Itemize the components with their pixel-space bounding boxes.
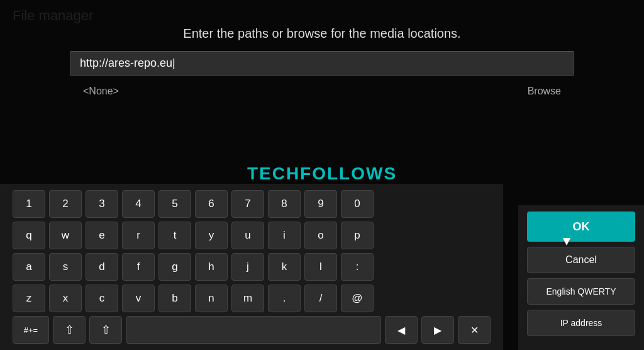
key-i[interactable]: i (268, 222, 301, 249)
key-4[interactable]: 4 (122, 190, 155, 218)
key-prev[interactable]: ◀ (385, 316, 418, 344)
key-t[interactable]: t (158, 222, 191, 249)
key-shift2[interactable]: ⇧ (89, 316, 122, 344)
layout-button[interactable]: English QWERTY (527, 278, 635, 305)
key-3[interactable]: 3 (86, 190, 118, 218)
key-8[interactable]: 8 (268, 190, 301, 218)
instruction-text: Enter the paths or browse for the media … (183, 26, 460, 41)
ok-button[interactable]: OK (527, 212, 635, 242)
browse-button[interactable]: Browse (528, 86, 561, 97)
none-label: <None> (83, 86, 119, 97)
key-n[interactable]: n (195, 285, 228, 312)
key-x[interactable]: x (49, 285, 82, 312)
key-7[interactable]: 7 (231, 190, 264, 218)
key-5[interactable]: 5 (158, 190, 191, 218)
key-2[interactable]: 2 (49, 190, 82, 218)
ip-address-button[interactable]: IP address (527, 310, 635, 336)
key-p[interactable]: p (341, 222, 374, 249)
keyboard-row-numbers: 1 2 3 4 5 6 7 8 9 0 (13, 190, 491, 218)
key-next[interactable]: ▶ (421, 316, 454, 344)
key-h[interactable]: h (195, 253, 228, 281)
key-q[interactable]: q (13, 222, 45, 249)
key-s[interactable]: s (49, 253, 82, 281)
key-6[interactable]: 6 (195, 190, 228, 218)
keyboard-area: 1 2 3 4 5 6 7 8 9 0 q w e r t y u i o p … (0, 184, 503, 350)
key-v[interactable]: v (122, 285, 155, 312)
key-d[interactable]: d (86, 253, 118, 281)
keyboard-bottom-row: #+= ⇧ ⇧ ◀ ▶ ✕ (13, 316, 491, 344)
key-at[interactable]: @ (341, 285, 374, 312)
key-c[interactable]: c (86, 285, 118, 312)
keyboard-row-zxcv: z x c v b n m . / @ (13, 285, 491, 312)
key-r[interactable]: r (122, 222, 155, 249)
key-k[interactable]: k (268, 253, 301, 281)
key-j[interactable]: j (231, 253, 264, 281)
key-g[interactable]: g (158, 253, 191, 281)
key-symbols[interactable]: #+= (13, 316, 49, 344)
key-colon[interactable]: : (341, 253, 374, 281)
key-backspace[interactable]: ✕ (458, 316, 491, 344)
key-slash[interactable]: / (304, 285, 337, 312)
key-w[interactable]: w (49, 222, 82, 249)
middle-area: <None> Browse (70, 81, 574, 102)
key-e[interactable]: e (86, 222, 118, 249)
key-o[interactable]: o (304, 222, 337, 249)
key-0[interactable]: 0 (341, 190, 374, 218)
url-input[interactable] (80, 57, 564, 70)
keyboard-row-asdf: a s d f g h j k l : (13, 253, 491, 281)
url-input-wrapper (70, 51, 574, 76)
key-a[interactable]: a (13, 253, 45, 281)
cancel-button[interactable]: Cancel (527, 247, 635, 273)
key-f[interactable]: f (122, 253, 155, 281)
key-m[interactable]: m (231, 285, 264, 312)
key-y[interactable]: y (195, 222, 228, 249)
key-spacebar[interactable] (126, 316, 381, 344)
key-z[interactable]: z (13, 285, 45, 312)
key-b[interactable]: b (158, 285, 191, 312)
key-l[interactable]: l (304, 253, 337, 281)
key-1[interactable]: 1 (13, 190, 45, 218)
key-u[interactable]: u (231, 222, 264, 249)
right-panel: OK Cancel English QWERTY IP address (518, 205, 644, 350)
keyboard-row-qwerty: q w e r t y u i o p (13, 222, 491, 249)
key-9[interactable]: 9 (304, 190, 337, 218)
key-shift[interactable]: ⇧ (53, 316, 86, 344)
key-dot[interactable]: . (268, 285, 301, 312)
